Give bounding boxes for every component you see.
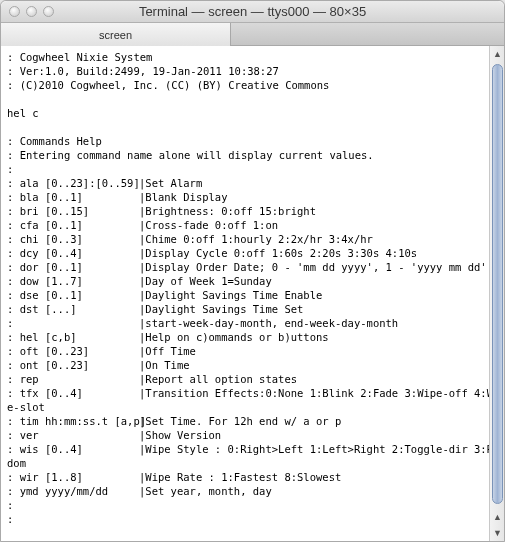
traffic-lights [9, 6, 54, 17]
scroll-down-icon[interactable]: ▼ [490, 525, 504, 541]
tab-screen[interactable]: screen [1, 23, 231, 46]
command-row: : ver|Show Version [7, 428, 498, 442]
prompt-line: : [7, 512, 498, 526]
command-row: : wis [0..4]|Wipe Style : 0:Right>Left 1… [7, 442, 498, 456]
window-title: Terminal — screen — ttys000 — 80×35 [1, 4, 504, 19]
zoom-icon[interactable] [43, 6, 54, 17]
command-row: : dcy [0..4]|Display Cycle 0:off 1:60s 2… [7, 246, 498, 260]
command-row: : dow [1..7]|Day of Week 1=Sunday [7, 274, 498, 288]
blank-line [7, 120, 498, 134]
header-line: : Cogwheel Nixie System [7, 50, 498, 64]
input-line: hel c [7, 106, 498, 120]
prompt-line: : [7, 498, 498, 512]
command-row: : hel [c,b]|Help on c)ommands or b)utton… [7, 330, 498, 344]
command-row: : ont [0..23]|On Time [7, 358, 498, 372]
command-row: : dst [...]|Daylight Savings Time Set [7, 302, 498, 316]
command-row: : dse [0..1]|Daylight Savings Time Enabl… [7, 288, 498, 302]
scroll-thumb[interactable] [492, 64, 503, 504]
command-row: : cfa [0..1]|Cross-fade 0:off 1:on [7, 218, 498, 232]
command-row: : rep|Report all option states [7, 372, 498, 386]
command-row: : oft [0..23]|Off Time [7, 344, 498, 358]
minimize-icon[interactable] [26, 6, 37, 17]
command-row: : ymd yyyy/mm/dd|Set year, month, day [7, 484, 498, 498]
terminal-window: Terminal — screen — ttys000 — 80×35 scre… [0, 0, 505, 542]
header-line: : Ver:1.0, Build:2499, 19-Jan-2011 10:38… [7, 64, 498, 78]
blank-line [7, 92, 498, 106]
terminal-output[interactable]: : Cogwheel Nixie System: Ver:1.0, Build:… [1, 46, 504, 541]
command-row: : dor [0..1]|Display Order Date; 0 - 'mm… [7, 260, 498, 274]
command-row: : wir [1..8]|Wipe Rate : 1:Fastest 8:Slo… [7, 470, 498, 484]
scrollbar[interactable]: ▲ ▲ ▼ [489, 46, 504, 541]
command-row: : tim hh:mm:ss.t [a,p]|Set Time. For 12h… [7, 414, 498, 428]
blank-line: : [7, 162, 498, 176]
help-header: : Entering command name alone will displ… [7, 148, 498, 162]
command-row: :|start-week-day-month, end-week-day-mon… [7, 316, 498, 330]
scroll-up-icon[interactable]: ▲ [490, 46, 504, 62]
tab-bar: screen [1, 23, 504, 46]
command-row: : bla [0..1]|Blank Display [7, 190, 498, 204]
command-row: : bri [0..15]|Brightness: 0:off 15:brigh… [7, 204, 498, 218]
command-row-wrap: dom [7, 456, 498, 470]
command-row-wrap: e-slot [7, 400, 498, 414]
help-header: : Commands Help [7, 134, 498, 148]
command-row: : tfx [0..4]|Transition Effects:0:None 1… [7, 386, 498, 400]
command-row: : chi [0..3]|Chime 0:off 1:hourly 2:2x/h… [7, 232, 498, 246]
titlebar[interactable]: Terminal — screen — ttys000 — 80×35 [1, 1, 504, 23]
close-icon[interactable] [9, 6, 20, 17]
scroll-up-icon[interactable]: ▲ [490, 509, 504, 525]
content-area: : Cogwheel Nixie System: Ver:1.0, Build:… [1, 46, 504, 541]
command-row: : ala [0..23]:[0..59]|Set Alarm [7, 176, 498, 190]
header-line: : (C)2010 Cogwheel, Inc. (CC) (BY) Creat… [7, 78, 498, 92]
